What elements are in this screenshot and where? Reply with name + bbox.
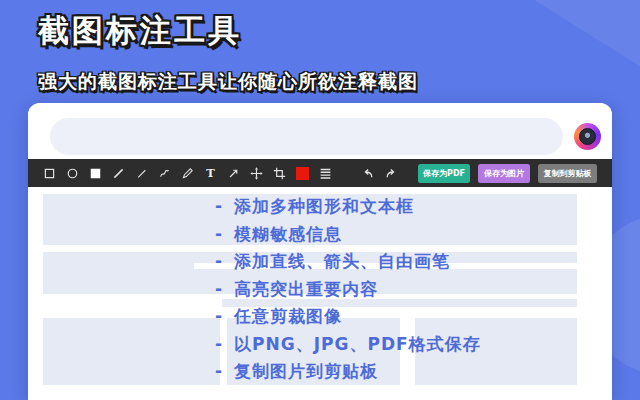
feature-item: - 以PNG、JPG、PDF格式保存 <box>215 331 481 359</box>
hero-header: 截图标注工具 强大的截图标注工具让你随心所欲注释截图 <box>38 10 418 95</box>
crop-tool-icon[interactable] <box>273 167 286 180</box>
bullet-dash: - <box>215 358 223 386</box>
browser-topbar <box>28 103 612 159</box>
feature-item: - 复制图片到剪贴板 <box>215 358 481 386</box>
feature-text: 任意剪裁图像 <box>234 303 342 331</box>
thin-line-tool-icon[interactable] <box>135 167 148 180</box>
camera-lens-icon <box>579 128 596 145</box>
feature-item: - 添加直线、箭头、自由画笔 <box>215 248 481 276</box>
page-title: 截图标注工具 <box>38 10 418 52</box>
feature-item: - 添加多种图形和文本框 <box>215 193 481 221</box>
line-tool-icon[interactable] <box>112 167 125 180</box>
redo-icon[interactable] <box>385 167 398 180</box>
feature-item: - 任意剪裁图像 <box>215 303 481 331</box>
move-tool-icon[interactable] <box>250 167 263 180</box>
svg-text:T: T <box>206 167 215 180</box>
color-swatch-red[interactable] <box>296 167 309 180</box>
bullet-dash: - <box>215 193 223 221</box>
bullet-dash: - <box>215 276 223 304</box>
feature-text: 复制图片到剪贴板 <box>234 358 378 386</box>
filled-rectangle-tool-icon[interactable] <box>89 167 102 180</box>
undo-icon[interactable] <box>361 167 374 180</box>
page-subtitle: 强大的截图标注工具让你随心所欲注释截图 <box>38 69 418 95</box>
feature-text: 添加多种图形和文本框 <box>234 193 414 221</box>
address-bar-input[interactable] <box>50 118 563 155</box>
rectangle-tool-icon[interactable] <box>43 167 56 180</box>
feature-text: 添加直线、箭头、自由画笔 <box>234 248 450 276</box>
copy-to-clipboard-button[interactable]: 复制到剪贴板 <box>538 164 597 183</box>
red-color-icon <box>296 167 309 180</box>
text-tool-icon[interactable]: T <box>204 167 217 180</box>
browser-window: T 保存为PDF <box>28 103 612 400</box>
bullet-dash: - <box>215 331 223 359</box>
pencil-tool-icon[interactable] <box>181 167 194 180</box>
feature-text: 高亮突出重要内容 <box>234 276 378 304</box>
screenshot-extension-icon[interactable] <box>574 123 601 150</box>
feature-text: 以PNG、JPG、PDF格式保存 <box>234 331 481 359</box>
save-as-image-button[interactable]: 保存为图片 <box>478 164 530 183</box>
annotation-toolbar: T 保存为PDF <box>28 159 612 187</box>
save-as-pdf-button[interactable]: 保存为PDF <box>418 164 470 183</box>
feature-text: 模糊敏感信息 <box>234 221 342 249</box>
feature-item: - 模糊敏感信息 <box>215 221 481 249</box>
placeholder-block <box>43 318 220 385</box>
feature-list: - 添加多种图形和文本框 - 模糊敏感信息 - 添加直线、箭头、自由画笔 - 高… <box>215 193 481 386</box>
bullet-dash: - <box>215 303 223 331</box>
bullet-dash: - <box>215 221 223 249</box>
freehand-tool-icon[interactable] <box>158 167 171 180</box>
ellipse-tool-icon[interactable] <box>66 167 79 180</box>
line-width-menu-icon[interactable] <box>319 167 332 180</box>
feature-item: - 高亮突出重要内容 <box>215 276 481 304</box>
arrow-tool-icon[interactable] <box>227 167 240 180</box>
bullet-dash: - <box>215 248 223 276</box>
